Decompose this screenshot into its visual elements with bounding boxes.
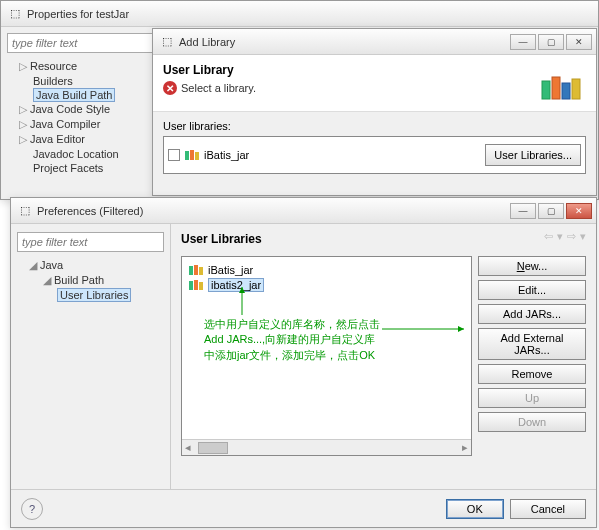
help-button[interactable]: ? [21,498,43,520]
svg-rect-6 [195,152,199,160]
prefs-titlebar[interactable]: ⬚ Preferences (Filtered) — ▢ ✕ [11,198,596,224]
user-libraries-label: User libraries: [163,120,586,132]
tree-item-java[interactable]: ◢Java [29,258,164,273]
addlib-titlebar[interactable]: ⬚ Add Library — ▢ ✕ [153,29,596,55]
svg-rect-12 [199,282,203,290]
prefs-main: User Libraries ⇦▾ ⇨▾ iBatis_jar ibatis2_… [171,224,596,489]
svg-rect-5 [190,150,194,160]
addlib-error-text: Select a library. [181,82,256,94]
svg-rect-4 [185,151,189,160]
properties-title: Properties for testJar [27,8,594,20]
cancel-button[interactable]: Cancel [510,499,586,519]
list-item-label: ibatis2_jar [208,278,264,292]
svg-rect-11 [194,280,198,290]
window-icon: ⬚ [159,34,175,50]
add-library-dialog: ⬚ Add Library — ▢ ✕ User Library ✕ Selec… [152,28,597,196]
scroll-left-icon[interactable]: ◂ [182,441,194,454]
svg-rect-1 [552,77,560,99]
tree-item-user-libraries[interactable]: User Libraries [29,288,164,302]
list-item-label: iBatis_jar [204,149,249,161]
minimize-button[interactable]: — [510,203,536,219]
svg-rect-8 [194,265,198,275]
svg-rect-9 [199,267,203,275]
svg-rect-3 [572,79,580,99]
user-libraries-list[interactable]: iBatis_jar User Libraries... [163,136,586,174]
nav-arrows: ⇦▾ ⇨▾ [544,230,586,243]
error-icon: ✕ [163,81,177,95]
user-libraries-button[interactable]: User Libraries... [485,144,581,166]
remove-button[interactable]: Remove [478,364,586,384]
maximize-button[interactable]: ▢ [538,34,564,50]
library-list[interactable]: iBatis_jar ibatis2_jar 选中用户自定义的库名称，然后点击 … [181,256,472,456]
addlib-heading: User Library [163,63,538,77]
close-button[interactable]: ✕ [566,34,592,50]
preferences-dialog: ⬚ Preferences (Filtered) — ▢ ✕ ◢Java ◢Bu… [10,197,597,528]
chevron-down-icon: ◢ [43,274,52,287]
edit-button[interactable]: Edit... [478,280,586,300]
chevron-right-icon: ▷ [19,133,28,146]
window-icon: ⬚ [17,203,33,219]
tree-item-build-path[interactable]: ◢Build Path [29,273,164,288]
chevron-down-icon: ◢ [29,259,38,272]
annotation-text: 选中用户自定义的库名称，然后点击 Add JARs...,向新建的用户自定义库 … [204,317,380,363]
up-button: Up [478,388,586,408]
list-item-label: iBatis_jar [208,264,253,276]
library-buttons: New... Edit... Add JARs... Add External … [478,256,586,456]
chevron-right-icon: ▷ [19,103,28,116]
chevron-right-icon: ▷ [19,118,28,131]
horizontal-scrollbar[interactable]: ◂ ▸ [182,439,471,455]
scroll-right-icon[interactable]: ▸ [459,441,471,454]
prefs-footer: ? OK Cancel [11,489,596,527]
maximize-button[interactable]: ▢ [538,203,564,219]
down-button: Down [478,412,586,432]
prefs-filter-input[interactable] [17,232,164,252]
scrollbar-thumb[interactable] [198,442,228,454]
properties-titlebar[interactable]: ⬚ Properties for testJar [1,1,598,27]
add-external-jars-button[interactable]: Add External JARs... [478,328,586,360]
list-item[interactable]: iBatis_jar [168,141,485,169]
list-item[interactable]: iBatis_jar [188,263,465,277]
minimize-button[interactable]: — [510,34,536,50]
svg-rect-10 [189,281,193,290]
prefs-heading: User Libraries [181,232,586,246]
list-item-selected[interactable]: ibatis2_jar [188,277,465,293]
svg-rect-7 [189,266,193,275]
addlib-title: Add Library [179,36,510,48]
window-icon: ⬚ [7,6,23,22]
svg-rect-0 [542,81,550,99]
back-icon[interactable]: ⇦ [544,230,553,243]
add-jars-button[interactable]: Add JARs... [478,304,586,324]
svg-rect-2 [562,83,570,99]
library-books-icon [538,63,586,103]
close-button[interactable]: ✕ [566,203,592,219]
library-icon [184,149,200,161]
library-icon [188,279,204,291]
new-button[interactable]: New... [478,256,586,276]
ok-button[interactable]: OK [446,499,504,519]
prefs-sidebar: ◢Java ◢Build Path User Libraries [11,224,171,489]
library-icon [188,264,204,276]
forward-icon[interactable]: ⇨ [567,230,576,243]
chevron-right-icon: ▷ [19,60,28,73]
checkbox[interactable] [168,149,180,161]
prefs-title: Preferences (Filtered) [37,205,510,217]
